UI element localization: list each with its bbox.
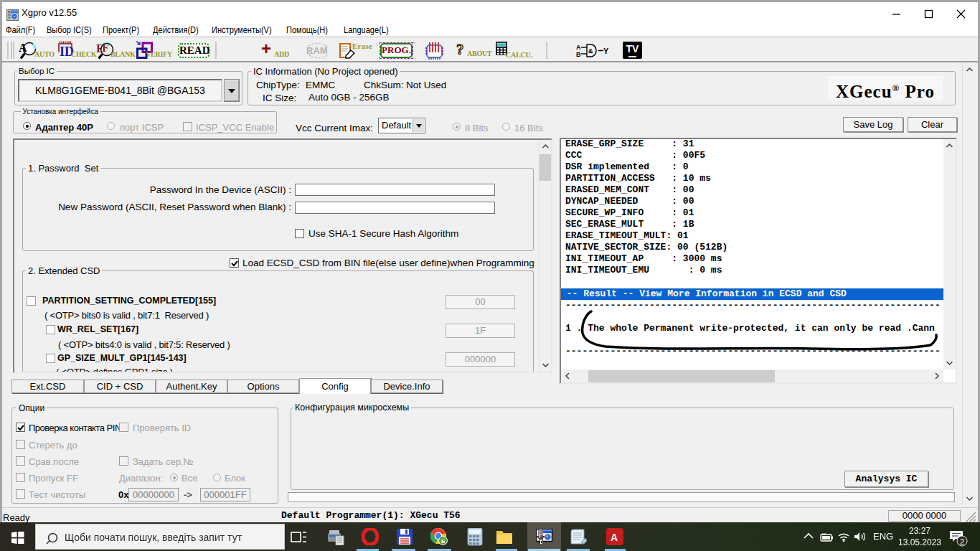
svg-text:A: A bbox=[576, 44, 581, 51]
svg-text:A: A bbox=[19, 42, 27, 54]
svg-text:2: 2 bbox=[960, 537, 964, 546]
svg-text:B: B bbox=[576, 51, 581, 58]
svg-text:&: & bbox=[588, 47, 593, 55]
svg-text:Y: Y bbox=[603, 47, 609, 55]
svg-text:A: A bbox=[611, 532, 618, 543]
svg-text:Б: Б bbox=[441, 538, 446, 545]
